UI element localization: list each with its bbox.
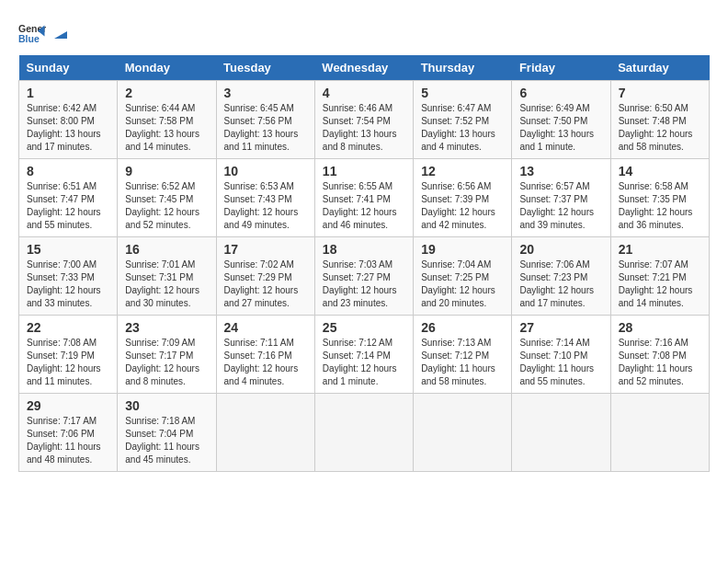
day-info: Sunrise: 6:44 AMSunset: 7:58 PMDaylight:… <box>125 103 199 152</box>
day-info: Sunrise: 6:52 AMSunset: 7:45 PMDaylight:… <box>125 181 199 230</box>
day-info: Sunrise: 6:57 AMSunset: 7:37 PMDaylight:… <box>519 181 594 230</box>
calendar-week-row: 29 Sunrise: 7:17 AMSunset: 7:06 PMDaylig… <box>19 394 710 472</box>
calendar-cell: 2 Sunrise: 6:44 AMSunset: 7:58 PMDayligh… <box>118 81 216 159</box>
calendar-cell <box>610 394 709 472</box>
calendar-cell: 21 Sunrise: 7:07 AMSunset: 7:21 PMDaylig… <box>610 237 709 316</box>
day-number: 10 <box>224 164 307 178</box>
day-number: 26 <box>421 320 504 335</box>
calendar-week-row: 1 Sunrise: 6:42 AMSunset: 8:00 PMDayligh… <box>19 81 710 159</box>
calendar-table: SundayMondayTuesdayWednesdayThursdayFrid… <box>18 55 710 472</box>
day-info: Sunrise: 7:03 AMSunset: 7:27 PMDaylight:… <box>323 259 397 308</box>
day-number: 23 <box>125 320 208 335</box>
day-info: Sunrise: 7:08 AMSunset: 7:19 PMDaylight:… <box>27 338 101 386</box>
day-info: Sunrise: 7:12 AMSunset: 7:14 PMDaylight:… <box>323 338 397 386</box>
calendar-week-row: 8 Sunrise: 6:51 AMSunset: 7:47 PMDayligh… <box>19 159 710 237</box>
day-number: 25 <box>323 320 405 335</box>
day-info: Sunrise: 7:09 AMSunset: 7:17 PMDaylight:… <box>125 338 199 386</box>
header-wednesday: Wednesday <box>314 55 413 81</box>
day-number: 21 <box>619 242 701 257</box>
calendar-cell: 3 Sunrise: 6:45 AMSunset: 7:56 PMDayligh… <box>216 81 314 159</box>
calendar-cell: 12 Sunrise: 6:56 AMSunset: 7:39 PMDaylig… <box>414 159 512 237</box>
calendar-cell: 30 Sunrise: 7:18 AMSunset: 7:04 PMDaylig… <box>118 394 216 472</box>
day-number: 18 <box>323 242 405 257</box>
calendar-cell: 15 Sunrise: 7:00 AMSunset: 7:33 PMDaylig… <box>19 237 118 316</box>
calendar-cell: 10 Sunrise: 6:53 AMSunset: 7:43 PMDaylig… <box>216 159 314 237</box>
day-number: 3 <box>224 86 307 100</box>
calendar-cell: 1 Sunrise: 6:42 AMSunset: 8:00 PMDayligh… <box>19 81 118 159</box>
calendar-cell: 8 Sunrise: 6:51 AMSunset: 7:47 PMDayligh… <box>19 159 118 237</box>
day-number: 11 <box>323 164 405 178</box>
calendar-week-row: 15 Sunrise: 7:00 AMSunset: 7:33 PMDaylig… <box>19 237 710 316</box>
logo-icon: General Blue <box>18 18 46 46</box>
day-info: Sunrise: 7:13 AMSunset: 7:12 PMDaylight:… <box>421 338 495 386</box>
calendar-week-row: 22 Sunrise: 7:08 AMSunset: 7:19 PMDaylig… <box>19 316 710 394</box>
calendar-header-row: SundayMondayTuesdayWednesdayThursdayFrid… <box>19 55 710 81</box>
calendar-cell: 17 Sunrise: 7:02 AMSunset: 7:29 PMDaylig… <box>216 237 314 316</box>
svg-marker-3 <box>54 31 67 39</box>
day-info: Sunrise: 6:42 AMSunset: 8:00 PMDaylight:… <box>27 103 101 152</box>
day-info: Sunrise: 6:53 AMSunset: 7:43 PMDaylight:… <box>224 181 299 230</box>
day-number: 22 <box>27 320 109 335</box>
calendar-cell: 28 Sunrise: 7:16 AMSunset: 7:08 PMDaylig… <box>610 316 709 394</box>
day-number: 19 <box>421 242 504 257</box>
day-info: Sunrise: 7:01 AMSunset: 7:31 PMDaylight:… <box>125 259 199 308</box>
day-info: Sunrise: 7:00 AMSunset: 7:33 PMDaylight:… <box>27 259 101 308</box>
calendar-cell: 24 Sunrise: 7:11 AMSunset: 7:16 PMDaylig… <box>216 316 314 394</box>
logo: General Blue <box>18 18 70 46</box>
day-number: 4 <box>323 86 405 100</box>
day-info: Sunrise: 6:51 AMSunset: 7:47 PMDaylight:… <box>27 181 101 230</box>
day-number: 30 <box>125 398 208 413</box>
calendar-cell: 11 Sunrise: 6:55 AMSunset: 7:41 PMDaylig… <box>314 159 413 237</box>
day-info: Sunrise: 7:17 AMSunset: 7:06 PMDaylight:… <box>27 416 101 465</box>
day-info: Sunrise: 7:07 AMSunset: 7:21 PMDaylight:… <box>619 259 693 308</box>
header-sunday: Sunday <box>19 55 118 81</box>
day-info: Sunrise: 7:11 AMSunset: 7:16 PMDaylight:… <box>224 338 299 386</box>
day-number: 17 <box>224 242 307 257</box>
day-number: 8 <box>27 164 109 178</box>
day-info: Sunrise: 7:02 AMSunset: 7:29 PMDaylight:… <box>224 259 299 308</box>
day-number: 29 <box>27 398 109 413</box>
day-info: Sunrise: 6:46 AMSunset: 7:54 PMDaylight:… <box>323 103 397 152</box>
day-number: 7 <box>619 86 701 100</box>
day-info: Sunrise: 6:55 AMSunset: 7:41 PMDaylight:… <box>323 181 397 230</box>
calendar-cell: 29 Sunrise: 7:17 AMSunset: 7:06 PMDaylig… <box>19 394 118 472</box>
day-number: 2 <box>125 86 208 100</box>
logo-triangle-icon <box>52 24 69 40</box>
calendar-cell <box>414 394 512 472</box>
calendar-cell: 16 Sunrise: 7:01 AMSunset: 7:31 PMDaylig… <box>118 237 216 316</box>
svg-text:Blue: Blue <box>18 33 40 44</box>
day-number: 16 <box>125 242 208 257</box>
header-monday: Monday <box>118 55 216 81</box>
calendar-cell: 22 Sunrise: 7:08 AMSunset: 7:19 PMDaylig… <box>19 316 118 394</box>
day-number: 27 <box>519 320 602 335</box>
day-info: Sunrise: 7:06 AMSunset: 7:23 PMDaylight:… <box>519 259 594 308</box>
day-number: 5 <box>421 86 504 100</box>
day-info: Sunrise: 6:50 AMSunset: 7:48 PMDaylight:… <box>619 103 693 152</box>
calendar-cell: 26 Sunrise: 7:13 AMSunset: 7:12 PMDaylig… <box>414 316 512 394</box>
calendar-cell: 9 Sunrise: 6:52 AMSunset: 7:45 PMDayligh… <box>118 159 216 237</box>
page-header: General Blue <box>18 18 710 46</box>
day-number: 28 <box>619 320 701 335</box>
calendar-cell: 5 Sunrise: 6:47 AMSunset: 7:52 PMDayligh… <box>414 81 512 159</box>
header-friday: Friday <box>512 55 610 81</box>
calendar-cell: 27 Sunrise: 7:14 AMSunset: 7:10 PMDaylig… <box>512 316 610 394</box>
day-number: 15 <box>27 242 109 257</box>
header-saturday: Saturday <box>610 55 709 81</box>
calendar-cell: 25 Sunrise: 7:12 AMSunset: 7:14 PMDaylig… <box>314 316 413 394</box>
calendar-cell: 7 Sunrise: 6:50 AMSunset: 7:48 PMDayligh… <box>610 81 709 159</box>
day-info: Sunrise: 7:18 AMSunset: 7:04 PMDaylight:… <box>125 416 199 465</box>
day-info: Sunrise: 6:45 AMSunset: 7:56 PMDaylight:… <box>224 103 299 152</box>
calendar-cell: 20 Sunrise: 7:06 AMSunset: 7:23 PMDaylig… <box>512 237 610 316</box>
calendar-cell: 23 Sunrise: 7:09 AMSunset: 7:17 PMDaylig… <box>118 316 216 394</box>
day-info: Sunrise: 6:49 AMSunset: 7:50 PMDaylight:… <box>519 103 594 152</box>
day-info: Sunrise: 6:47 AMSunset: 7:52 PMDaylight:… <box>421 103 495 152</box>
day-info: Sunrise: 6:58 AMSunset: 7:35 PMDaylight:… <box>619 181 693 230</box>
calendar-cell: 14 Sunrise: 6:58 AMSunset: 7:35 PMDaylig… <box>610 159 709 237</box>
header-thursday: Thursday <box>414 55 512 81</box>
day-number: 12 <box>421 164 504 178</box>
header-tuesday: Tuesday <box>216 55 314 81</box>
calendar-cell <box>216 394 314 472</box>
calendar-cell <box>314 394 413 472</box>
calendar-cell: 13 Sunrise: 6:57 AMSunset: 7:37 PMDaylig… <box>512 159 610 237</box>
day-number: 24 <box>224 320 307 335</box>
